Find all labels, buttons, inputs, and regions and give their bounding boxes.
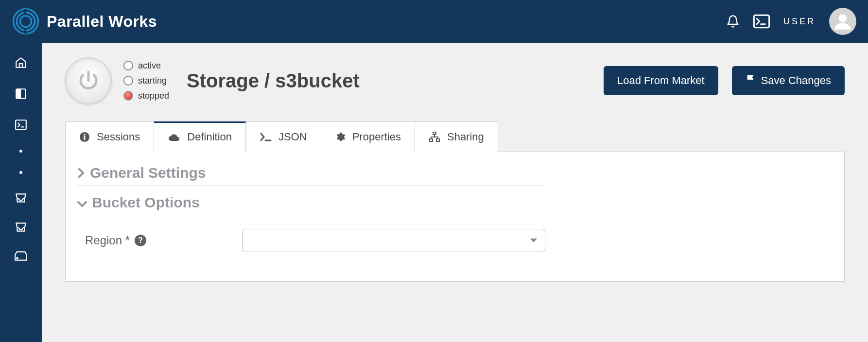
brand[interactable]: Parallel Works: [12, 7, 157, 35]
status-dot-starting: [123, 76, 133, 86]
region-help-icon[interactable]: ?: [135, 235, 146, 246]
sidebar-home-icon[interactable]: [15, 56, 27, 69]
svg-rect-15: [433, 132, 436, 135]
save-changes-label: Save Changes: [761, 74, 831, 87]
tab-definition[interactable]: Definition: [154, 121, 246, 152]
prompt-icon: [260, 133, 272, 141]
status-dot-stopped: [123, 91, 133, 101]
status-active: active: [123, 61, 169, 71]
section-general-settings[interactable]: General Settings: [77, 161, 545, 186]
tab-properties[interactable]: Properties: [321, 121, 415, 152]
load-from-market-button[interactable]: Load From Market: [604, 66, 718, 95]
tab-definition-label: Definition: [187, 131, 232, 143]
sidebar-terminal-icon[interactable]: [15, 119, 27, 131]
form-row-region: Region * ?: [77, 229, 545, 252]
status-starting-label: starting: [138, 76, 167, 86]
sidebar-workspace-icon[interactable]: [15, 87, 27, 100]
svg-rect-13: [84, 136, 86, 140]
tab-sessions-label: Sessions: [97, 131, 140, 143]
status-stopped: stopped: [123, 91, 169, 101]
tabs: Sessions Definition JSON Properties: [65, 121, 845, 152]
cloud-icon: [168, 132, 180, 142]
section-bucket-options[interactable]: Bucket Options: [77, 190, 545, 215]
save-changes-button[interactable]: Save Changes: [732, 66, 845, 95]
region-label: Region *: [85, 234, 130, 247]
definition-panel: General Settings Bucket Options Region *…: [65, 152, 845, 282]
status-legend: active starting stopped: [123, 61, 169, 101]
avatar[interactable]: [829, 8, 856, 35]
status-starting: starting: [123, 76, 169, 86]
main-content: active starting stopped Storage / s3buck…: [42, 43, 868, 342]
svg-rect-8: [16, 120, 26, 130]
load-from-market-label: Load From Market: [617, 74, 705, 87]
notifications-icon[interactable]: [726, 15, 740, 28]
svg-point-5: [839, 14, 847, 22]
brand-name: Parallel Works: [47, 13, 157, 31]
svg-rect-3: [754, 15, 769, 28]
svg-rect-7: [16, 89, 21, 99]
user-label: USER: [783, 17, 816, 27]
brand-logo-icon: [12, 7, 40, 35]
sidebar-dot-2[interactable]: [19, 171, 22, 174]
info-icon: [79, 132, 90, 142]
chevron-down-icon: [77, 194, 87, 211]
topbar: Parallel Works USER: [0, 0, 868, 43]
topbar-right: USER: [726, 8, 856, 35]
tab-properties-label: Properties: [352, 131, 401, 143]
tab-sharing[interactable]: Sharing: [415, 121, 498, 152]
status-active-label: active: [138, 61, 161, 71]
tab-json-label: JSON: [278, 131, 307, 143]
region-label-wrap: Region * ?: [77, 234, 243, 247]
svg-rect-17: [436, 139, 439, 141]
sidebar: [0, 43, 42, 342]
status-dot-active: [123, 61, 133, 70]
sidebar-inbox-2-icon[interactable]: [15, 222, 27, 232]
sidebar-inbox-1-icon[interactable]: [15, 192, 27, 203]
gear-icon: [335, 132, 346, 142]
svg-rect-16: [430, 139, 433, 141]
sidebar-storage-icon[interactable]: [14, 251, 28, 261]
region-select[interactable]: [243, 229, 545, 252]
flag-icon: [746, 74, 756, 87]
power-toggle[interactable]: [65, 57, 112, 104]
section-general-title: General Settings: [90, 165, 206, 181]
page-header: active starting stopped Storage / s3buck…: [65, 57, 845, 104]
header-actions: Load From Market Save Changes: [604, 66, 845, 95]
page-title: Storage / s3bucket: [187, 70, 592, 92]
tab-sharing-label: Sharing: [447, 131, 484, 143]
chevron-right-icon: [77, 165, 85, 181]
svg-point-12: [84, 134, 85, 136]
section-bucket-title: Bucket Options: [92, 194, 200, 211]
terminal-launcher-icon[interactable]: [753, 14, 770, 29]
tab-sessions[interactable]: Sessions: [65, 121, 154, 152]
network-icon: [429, 132, 440, 142]
sidebar-dot-1[interactable]: [19, 150, 22, 153]
svg-point-10: [17, 257, 18, 259]
status-stopped-label: stopped: [138, 91, 169, 101]
tab-json[interactable]: JSON: [246, 121, 321, 152]
